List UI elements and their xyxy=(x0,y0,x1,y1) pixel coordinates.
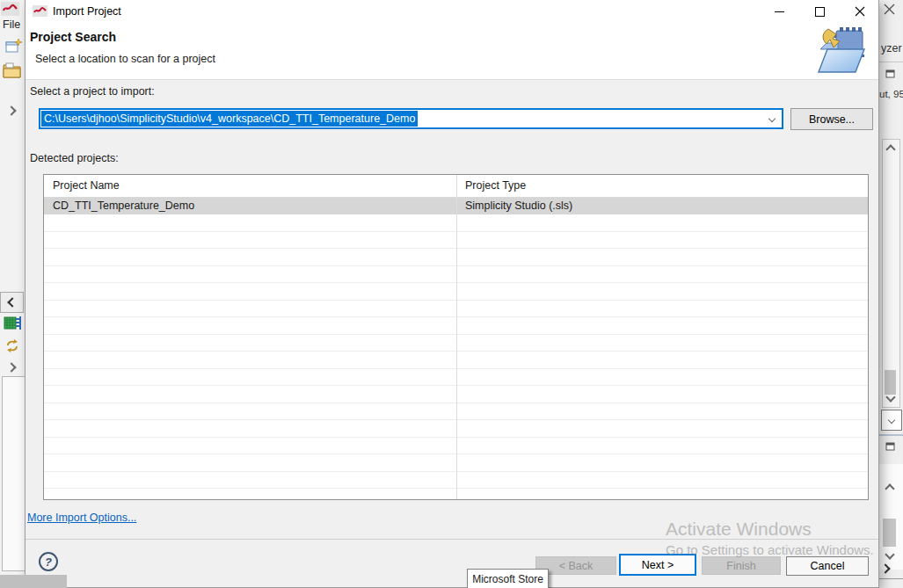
maximize-button[interactable] xyxy=(805,0,834,23)
close-button[interactable] xyxy=(845,0,875,23)
ide-bottom-panel xyxy=(2,376,25,571)
cancel-button[interactable]: Cancel xyxy=(786,556,869,576)
maximize-icon xyxy=(815,7,825,17)
ide-right-panel: yzer ut, 954 xyxy=(878,0,903,588)
scrollbar-up-icon[interactable] xyxy=(885,144,895,154)
ide-left-panel: File xyxy=(0,0,25,588)
expand-right-icon[interactable] xyxy=(6,362,16,372)
page-title: Project Search xyxy=(30,30,116,44)
browse-button[interactable]: Browse... xyxy=(790,108,873,130)
menu-file[interactable]: File xyxy=(3,18,20,31)
column-divider[interactable] xyxy=(456,175,457,499)
expand-right-icon[interactable] xyxy=(6,105,16,115)
project-path-value: C:\Users\djhoo\SimplicityStudio\v4_works… xyxy=(41,111,418,127)
table-cell: Simplicity Studio (.sls) xyxy=(456,198,868,214)
taskbar-corner xyxy=(0,575,67,588)
chevron-left-icon xyxy=(7,297,17,307)
vertical-scrollbar[interactable] xyxy=(882,139,900,408)
path-label: Select a project to import: xyxy=(30,85,155,98)
divider xyxy=(879,434,903,436)
table-cell: CD_TTI_Temperature_Demo xyxy=(44,198,456,214)
page-subtitle: Select a location to scan for a project xyxy=(35,53,215,65)
dialog-title: Import Project xyxy=(53,0,121,24)
restore-icon[interactable] xyxy=(885,69,896,82)
close-icon xyxy=(855,6,865,17)
collapse-left-button[interactable] xyxy=(0,292,24,313)
import-project-dialog: Import Project Project Search Select a l… xyxy=(25,0,879,588)
divider xyxy=(879,578,903,579)
ide-close-icon[interactable] xyxy=(884,4,895,18)
chevron-down-icon xyxy=(888,417,895,424)
dialog-header: Project Search Select a location to scan… xyxy=(25,24,878,80)
activate-windows-hint: Go to Settings to activate Windows. xyxy=(666,542,874,557)
scrollbar-thumb[interactable] xyxy=(883,519,896,547)
minimize-button[interactable] xyxy=(764,0,794,23)
chip-icon[interactable] xyxy=(3,315,22,335)
projects-table: Project Name Project Type CD_TTI_Tempera… xyxy=(43,174,869,500)
divider xyxy=(879,62,903,62)
combo-dropdown-button[interactable] xyxy=(763,110,781,127)
chevron-down-icon xyxy=(768,115,776,122)
finish-button: Finish xyxy=(702,556,781,575)
import-wizard-icon xyxy=(815,26,866,76)
dropdown-button[interactable] xyxy=(881,410,902,431)
activate-windows-watermark: Activate Windows xyxy=(666,519,812,540)
help-icon: ? xyxy=(45,555,52,569)
simplicity-logo-icon xyxy=(1,2,19,16)
status-text: ut, 954 xyxy=(879,89,903,99)
taskbar-tooltip: Microsoft Store xyxy=(467,569,549,588)
column-header-project-type[interactable]: Project Type xyxy=(456,175,868,197)
analyzer-tab-label: yzer xyxy=(881,42,902,54)
open-folder-icon[interactable] xyxy=(3,62,21,81)
dialog-titlebar[interactable]: Import Project xyxy=(25,0,878,24)
scrollbar-thumb[interactable] xyxy=(885,370,896,395)
project-path-combobox[interactable]: C:\Users\djhoo\SimplicityStudio\v4_works… xyxy=(39,108,783,129)
screen: File yzer ut, 954 xyxy=(0,0,903,588)
dialog-logo-icon xyxy=(33,5,47,17)
detected-label: Detected projects: xyxy=(30,152,119,164)
sync-icon[interactable] xyxy=(5,339,19,355)
column-header-project-name[interactable]: Project Name xyxy=(44,175,456,197)
more-import-options-link[interactable]: More Import Options... xyxy=(27,512,136,524)
minimize-icon xyxy=(775,11,784,12)
new-project-icon[interactable] xyxy=(5,39,22,56)
help-button[interactable]: ? xyxy=(39,552,58,571)
restore-icon[interactable] xyxy=(885,442,896,454)
